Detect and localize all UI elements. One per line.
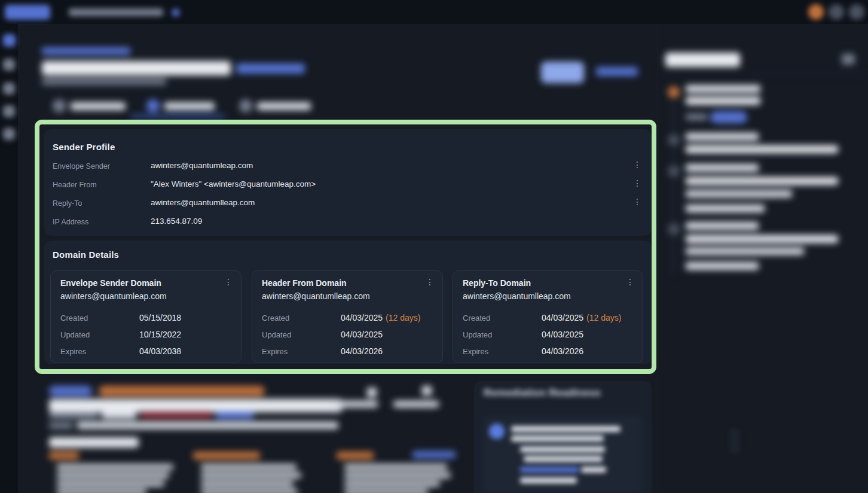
created-label: Created — [262, 314, 289, 322]
meta-risk-value — [141, 412, 212, 419]
page-subtitle — [42, 78, 166, 85]
nav-item-2-icon[interactable] — [3, 59, 15, 71]
observation-col1-text — [57, 473, 169, 478]
remediation-text — [520, 446, 605, 452]
timeline-item-3-line — [686, 205, 765, 212]
envelope-sender-menu-icon[interactable]: ⋮ — [632, 160, 642, 170]
tab-close-icon[interactable] — [172, 9, 179, 16]
header-from-menu-icon[interactable]: ⋮ — [632, 179, 642, 188]
reply-to-domain-menu-icon[interactable]: ⋮ — [625, 278, 635, 287]
status-badge — [49, 386, 92, 396]
title-badge-link[interactable] — [236, 63, 305, 74]
envelope-sender-domain-card: Envelope Sender Domain ⋮ awinters@quantu… — [50, 270, 242, 363]
envelope-sender-domain-menu-icon[interactable]: ⋮ — [224, 278, 233, 287]
created-value: 04/03/2025(12 days) — [542, 313, 621, 322]
reply-to-domain-title: Reply-To Domain — [463, 278, 531, 288]
observation-col3-text — [344, 481, 440, 486]
timeline-item-1-line — [686, 85, 760, 93]
envelope-sender-value: awinters@quantumleap.com — [151, 161, 253, 170]
observation-col2-text — [201, 489, 298, 493]
updated-label: Updated — [463, 330, 492, 339]
tab-sender-analysis-active[interactable] — [164, 102, 215, 110]
settings-icon[interactable] — [849, 4, 864, 20]
nav-item-3-icon[interactable] — [3, 83, 15, 95]
tab-message-analysis[interactable] — [71, 102, 126, 110]
created-value: 04/03/2025(12 days) — [341, 313, 420, 322]
timeline-item-4-line — [686, 222, 759, 230]
highlight-annotation-box: Sender Profile Envelope Sender awinters@… — [35, 120, 656, 374]
observation-col3-text — [344, 473, 451, 478]
header-from-domain-card: Header From Domain ⋮ awinters@quantumlle… — [252, 270, 443, 363]
header-from-domain-address: awinters@quantumlleap.com — [262, 291, 370, 301]
observation-col3-heading — [337, 452, 374, 459]
remediation-link[interactable] — [520, 467, 579, 473]
app-logo[interactable] — [5, 5, 50, 20]
created-label: Created — [463, 314, 490, 322]
nav-item-1-active-icon[interactable] — [3, 34, 16, 47]
remediation-text — [511, 436, 604, 442]
nav-item-5-icon[interactable] — [3, 128, 15, 140]
tab-threat-analysis-icon[interactable] — [239, 99, 252, 112]
threat-feed-label — [332, 401, 378, 407]
updated-value: 04/03/2025 — [341, 330, 383, 339]
timeline-item-4-line — [686, 248, 804, 255]
meta-value-2 — [77, 422, 338, 429]
tab-threat-analysis[interactable] — [257, 102, 311, 110]
secondary-action-link[interactable] — [596, 67, 638, 76]
threat-summary-section-blurred — [18, 377, 472, 493]
remediation-info-icon — [489, 424, 505, 439]
created-age-note: (12 days) — [386, 313, 420, 322]
observation-col3-text — [344, 489, 428, 493]
tab-sender-analysis-icon[interactable] — [146, 99, 160, 112]
remediation-panel: Remediation Readiness — [474, 381, 652, 493]
observation-col2-heading — [193, 452, 260, 459]
observation-col3-link[interactable] — [412, 451, 456, 458]
timeline-item-1-meta — [686, 114, 707, 120]
sender-profile-card: Sender Profile Envelope Sender awinters@… — [44, 129, 652, 236]
compare-contents-icon[interactable] — [422, 386, 432, 395]
envelope-sender-domain-address: awinters@quantumleap.com — [60, 291, 167, 301]
ip-address-value: 213.654.87.09 — [151, 217, 202, 226]
created-date: 05/15/2018 — [139, 313, 181, 322]
top-bar-blur-layer — [0, 0, 868, 24]
updated-label: Updated — [60, 330, 90, 339]
threat-feed-icon[interactable] — [367, 388, 377, 397]
user-avatar[interactable] — [808, 4, 824, 20]
nav-item-4-icon[interactable] — [3, 105, 15, 117]
scrollbar-thumb[interactable] — [729, 428, 740, 454]
observation-col1-text — [57, 489, 146, 493]
tab-message-analysis-icon[interactable] — [53, 99, 66, 112]
reply-to-menu-icon[interactable]: ⋮ — [632, 197, 642, 207]
remediation-title: Remediation Readiness — [484, 387, 601, 399]
sidebar-collapse-icon[interactable] — [842, 54, 855, 65]
created-label: Created — [60, 314, 88, 322]
timeline-dot — [668, 134, 680, 146]
sidebar-heading — [665, 53, 740, 67]
updated-value: 10/15/2022 — [139, 330, 181, 339]
updated-label: Updated — [262, 330, 291, 339]
observation-col1-heading — [49, 452, 79, 459]
page-title — [42, 61, 231, 75]
help-icon[interactable] — [829, 4, 844, 20]
reply-to-value: awinters@quantumlleap.com — [151, 198, 255, 207]
observations-heading — [49, 437, 139, 448]
app-window: { "colors": { "highlight_green": "#b3e6a… — [0, 0, 868, 493]
expires-value: 04/03/2026 — [542, 346, 583, 356]
expires-label: Expires — [60, 347, 86, 356]
expires-value: 04/03/2026 — [341, 346, 383, 356]
timeline-item-3-line — [686, 177, 838, 185]
timeline-item-1-badge[interactable] — [710, 111, 747, 123]
window-tab-label[interactable] — [69, 8, 163, 16]
header-from-domain-menu-icon[interactable]: ⋮ — [425, 278, 435, 287]
expires-label: Expires — [463, 347, 488, 356]
meta-link[interactable] — [216, 412, 253, 419]
domain-details-card: Domain Details Envelope Sender Domain ⋮ … — [44, 241, 652, 364]
header-from-label: Header From — [53, 181, 97, 189]
left-nav-rail — [0, 24, 18, 493]
compare-contents-label — [393, 401, 439, 407]
back-link[interactable] — [42, 47, 130, 55]
threat-domain-title — [49, 399, 342, 412]
timeline-item-2-line — [686, 133, 759, 141]
reply-to-domain-card: Reply-To Domain ⋮ awinters@quantumlleap.… — [453, 270, 643, 363]
primary-action-button[interactable] — [541, 62, 584, 83]
